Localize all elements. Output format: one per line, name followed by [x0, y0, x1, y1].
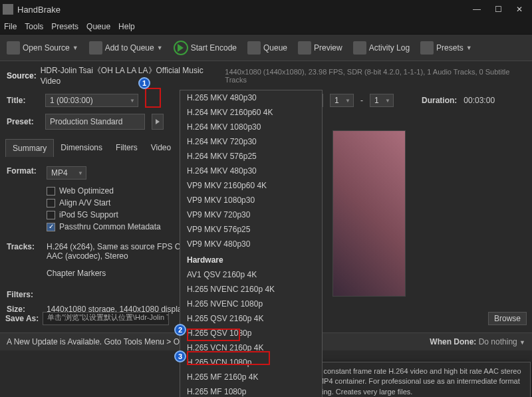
queue-button[interactable]: Queue	[243, 39, 291, 57]
chevron-down-icon: ▼	[72, 45, 78, 51]
preset-item[interactable]: VP9 MKV 1080p30	[180, 193, 322, 207]
open-source-label: Open Source	[23, 43, 70, 53]
tracks-line-1: H.264 (x264), Same as source FPS CFR	[47, 242, 191, 251]
title-label: Title:	[7, 96, 39, 105]
preset-select[interactable]: Production Standard	[45, 114, 145, 130]
preset-item[interactable]: VP9 MKV 720p30	[180, 207, 322, 222]
align-av-checkbox[interactable]	[47, 199, 55, 207]
save-path-input[interactable]: 单击"浏览"以设置默认位置\Hdr-Jolin Tsai《Oh La	[43, 312, 169, 325]
minimize-button[interactable]: —	[467, 1, 487, 17]
duration-value: 00:03:00	[464, 96, 495, 105]
maximize-button[interactable]: ☐	[488, 1, 508, 17]
source-meta: 1440x1080 (1440x1080), 23.98 FPS, SDR (8…	[225, 68, 525, 84]
add-queue-icon	[89, 41, 102, 55]
tab-dimensions[interactable]: Dimensions	[54, 139, 109, 157]
web-optimized-label: Web Optimized	[59, 186, 114, 196]
preset-item[interactable]: H.265 QSV 1080p	[180, 326, 322, 340]
presets-label: Presets	[436, 43, 464, 53]
tab-filters[interactable]: Filters	[109, 139, 144, 157]
preset-item[interactable]: H.265 QSV 2160p 4K	[180, 311, 322, 326]
activity-log-button[interactable]: Activity Log	[349, 39, 414, 57]
preset-section-hardware: Hardware	[180, 251, 322, 267]
range-dash: -	[360, 96, 363, 105]
chevron-down-icon: ▼	[466, 45, 472, 51]
browse-button[interactable]: Browse	[488, 312, 527, 325]
preset-item[interactable]: H.264 MKV 1080p30	[180, 120, 322, 134]
check-icon: ✓	[49, 223, 54, 230]
range-to-select[interactable]: 1▼	[370, 94, 394, 107]
save-label: Save As:	[5, 314, 39, 323]
tracks-label: Tracks:	[7, 242, 37, 251]
filters-label: Filters:	[7, 290, 37, 299]
menu-queue[interactable]: Queue	[86, 22, 110, 31]
close-button[interactable]: ✕	[509, 1, 529, 17]
preview-button[interactable]: Preview	[294, 39, 346, 57]
when-done-select[interactable]: Do nothing ▼	[479, 337, 525, 346]
menu-file[interactable]: File	[4, 22, 17, 31]
presets-button[interactable]: Presets ▼	[416, 39, 476, 57]
format-label: Format:	[7, 166, 37, 176]
tab-summary[interactable]: Summary	[5, 139, 54, 157]
menu-tools[interactable]: Tools	[25, 22, 43, 31]
preset-item[interactable]: H.265 MF 1080p	[180, 384, 322, 397]
play-icon	[174, 41, 188, 55]
tracks-line-2: AAC (avcodec), Stereo	[47, 251, 191, 261]
source-row: Source: HDR-Jolin Tsai《OH LA LA LA》Offic…	[0, 61, 532, 90]
open-source-button[interactable]: Open Source ▼	[3, 39, 82, 57]
preset-item[interactable]: H.264 MKV 720p30	[180, 134, 322, 149]
start-encode-button[interactable]: Start Encode	[170, 38, 241, 58]
add-to-queue-button[interactable]: Add to Queue ▼	[85, 39, 167, 57]
preset-toggle-button[interactable]	[152, 114, 164, 130]
preset-item[interactable]: VP9 MKV 576p25	[180, 222, 322, 237]
menu-help[interactable]: Help	[118, 22, 135, 31]
preset-item[interactable]: H.264 MKV 480p30	[180, 164, 322, 178]
toolbar: Open Source ▼ Add to Queue ▼ Start Encod…	[0, 35, 532, 61]
preview-icon	[298, 41, 311, 55]
format-value: MP4	[51, 168, 68, 178]
web-optimized-checkbox[interactable]	[47, 187, 55, 196]
preset-item[interactable]: H.265 MKV 480p30	[180, 90, 322, 105]
preview-thumbnail	[332, 130, 406, 297]
duration-label: Duration:	[422, 96, 457, 105]
preset-item[interactable]: H.265 NVENC 1080p	[180, 297, 322, 311]
preset-value: Production Standard	[50, 117, 122, 126]
queue-icon	[247, 41, 261, 55]
preset-item[interactable]: H.264 MKV 2160p60 4K	[180, 105, 322, 120]
range-to-value: 1	[374, 96, 379, 105]
start-encode-label: Start Encode	[191, 43, 237, 53]
app-icon	[3, 4, 13, 15]
preset-item[interactable]: VP9 MKV 2160p60 4K	[180, 178, 322, 193]
source-label: Source:	[7, 71, 37, 80]
align-av-label: Align A/V Start	[59, 198, 110, 207]
ipod-5g-label: iPod 5G Support	[59, 210, 118, 219]
preset-label: Preset:	[7, 117, 39, 126]
when-done-label: When Done:	[430, 337, 476, 346]
title-select[interactable]: 1 (00:03:00)▼	[45, 94, 138, 107]
preset-item[interactable]: H.265 VCN 2160p 4K	[180, 340, 322, 355]
presets-icon	[420, 41, 434, 55]
menubar: File Tools Presets Queue Help	[0, 19, 532, 35]
menu-presets[interactable]: Presets	[51, 22, 78, 31]
preset-item[interactable]: H.264 MKV 576p25	[180, 149, 322, 164]
range-from-select[interactable]: 1▼	[330, 94, 354, 107]
queue-label: Queue	[263, 43, 287, 53]
chevron-down-icon: ▼	[157, 45, 163, 51]
tab-video[interactable]: Video	[144, 139, 178, 157]
window-title: HandBrake	[17, 5, 467, 15]
annotation-2: 2	[174, 324, 186, 336]
preset-item[interactable]: VP9 MKV 480p30	[180, 237, 322, 251]
passthru-metadata-checkbox[interactable]: ✓	[47, 223, 55, 231]
preset-item[interactable]: H.265 NVENC 2160p 4K	[180, 282, 322, 297]
update-message: A New Update is Available. Goto Tools Me…	[7, 337, 192, 346]
ipod-5g-checkbox[interactable]	[47, 211, 55, 219]
source-file: HDR-Jolin Tsai《OH LA LA LA》Official Musi…	[41, 65, 221, 86]
activity-icon	[353, 41, 366, 55]
format-select[interactable]: MP4▼	[47, 166, 86, 180]
preset-item[interactable]: AV1 QSV 2160p 4K	[180, 267, 322, 282]
preset-item[interactable]: H.265 MF 2160p 4K	[180, 370, 322, 384]
add-queue-label: Add to Queue	[105, 43, 154, 53]
preset-item[interactable]: H.265 VCN 1080p	[180, 355, 322, 370]
annotation-1: 1	[138, 77, 150, 89]
passthru-metadata-label: Passthru Common Metadata	[59, 222, 161, 231]
window-titlebar: HandBrake — ☐ ✕	[0, 0, 532, 19]
